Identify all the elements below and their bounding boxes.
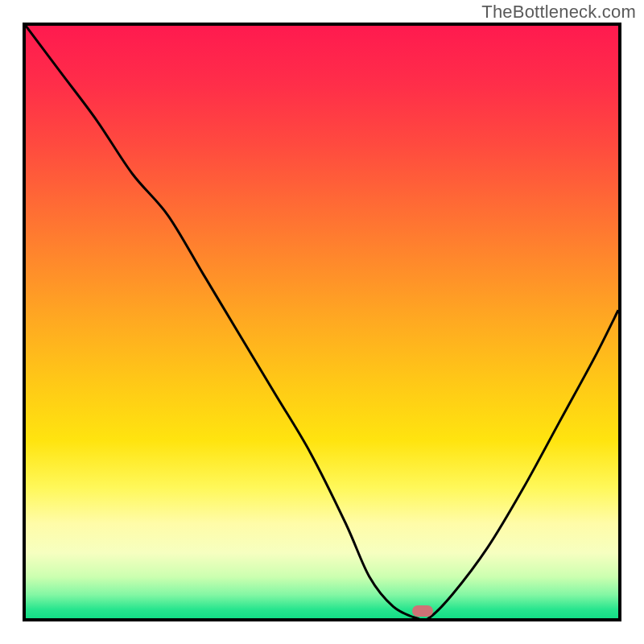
bottleneck-curve <box>26 26 618 618</box>
curve-layer <box>26 26 618 618</box>
optimal-point-marker <box>412 605 433 617</box>
chart-frame <box>23 23 621 621</box>
chart-container: TheBottleneck.com <box>0 0 644 644</box>
watermark-text: TheBottleneck.com <box>481 2 636 23</box>
